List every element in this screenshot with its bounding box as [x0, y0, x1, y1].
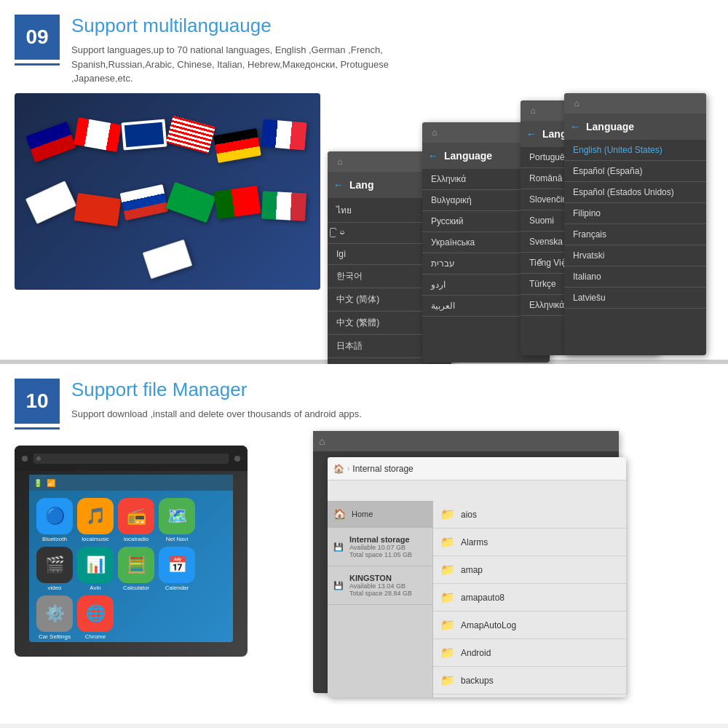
folder-icon-aios: 📁 [440, 507, 455, 521]
fm-inner-panel: 🏠 › Internal storage 🏠 Home 💾 Internal s… [328, 457, 626, 697]
panel4-list: English (United States) Español (España)… [564, 140, 706, 309]
panel4-header: ← Language [564, 114, 706, 140]
app-video[interactable]: 🎬 video [36, 547, 73, 591]
breadcrumb-separator: › [347, 464, 349, 472]
flags-inner [15, 93, 320, 290]
folder-alarms[interactable]: 📁 Alarms [433, 529, 626, 556]
app-calculator[interactable]: 🧮 Calculator [118, 547, 154, 591]
netnavi-icon: 🗺️ [159, 498, 195, 534]
panel3-home-icon: ⌂ [526, 104, 539, 117]
section-09-content: ⌂ ← Lang ไทย မြ Igì 한국어 中文 (简体) 中文 (繁體) … [15, 93, 713, 355]
fm-internal-storage-item[interactable]: 💾 Internal storage Available 10.07 GB To… [328, 528, 432, 566]
fm-storage-icon: 💾 [333, 542, 344, 552]
flag-russia [120, 184, 169, 221]
folder-icon-alarms: 📁 [440, 535, 455, 549]
calendar-icon: 📅 [159, 547, 195, 583]
panel2-home-icon: ⌂ [428, 126, 441, 139]
flag-japan [25, 181, 76, 224]
lang-item: Filipino [564, 203, 706, 224]
folder-android[interactable]: 📁 Android [433, 639, 626, 667]
folder-label-android: Android [461, 648, 491, 658]
panel3-back-arrow: ← [526, 128, 537, 140]
panel1-title: Lang [349, 179, 373, 191]
app-avin[interactable]: 📊 Avin [77, 547, 114, 591]
fm-breadcrumb: 🏠 › Internal storage [328, 457, 626, 480]
device-screen: 🔋 📶 🔵 Bluetooth 🎵 localmusic 📻 localradi [29, 475, 233, 642]
section-10-content: 🔋 📶 🔵 Bluetooth 🎵 localmusic 📻 localradi [15, 431, 713, 708]
avin-icon: 📊 [77, 547, 114, 583]
fm-kingston-label: KINGSTON [349, 574, 412, 582]
lang-item: Latviešu [564, 288, 706, 309]
lang-item: Français [564, 224, 706, 245]
fm-outer-home-icon: ⌂ [319, 435, 325, 447]
device-image: 🔋 📶 🔵 Bluetooth 🎵 localmusic 📻 localradi [15, 446, 248, 657]
app-netnavi[interactable]: 🗺️ Net Navi [159, 498, 195, 542]
section-09-desc: Support languages,up to 70 national lang… [71, 43, 406, 86]
panel4-topbar: ⌂ [564, 93, 706, 114]
app-localradio[interactable]: 📻 localradio [118, 498, 154, 542]
panel2-back-arrow: ← [428, 150, 438, 162]
app-calendar[interactable]: 📅 Calendar [159, 547, 195, 591]
folder-amap[interactable]: 📁 amap [433, 556, 626, 584]
localmusic-icon: 🎵 [77, 498, 114, 534]
folder-label-backups: backups [461, 676, 494, 686]
flag-canada [74, 117, 122, 152]
app-chrome[interactable]: 🌐 Chrome [77, 596, 114, 640]
flag-us [166, 115, 215, 153]
lang-item: Español (España) [564, 161, 706, 182]
section-09-title: Support multilanguauge [71, 15, 406, 37]
flags-image [15, 93, 320, 290]
section-10-title: Support file Manager [71, 379, 362, 401]
folder-label-amapautolog: AmapAutoLog [461, 620, 516, 630]
folder-label-amap: amap [461, 565, 483, 575]
panel1-back-arrow: ← [333, 179, 344, 191]
app-carsettings[interactable]: ⚙️ Car Settings [36, 596, 73, 640]
video-icon: 🎬 [36, 547, 73, 583]
app-localmusic[interactable]: 🎵 localmusic [77, 498, 114, 542]
folder-icon-amapauto8: 📁 [440, 590, 455, 604]
app-carsettings-label: Car Settings [39, 633, 71, 640]
calculator-icon: 🧮 [118, 547, 154, 583]
fm-folder-list: 📁 aios 📁 Alarms 📁 amap 📁 amapauto8 [433, 501, 626, 697]
folder-icon-android: 📁 [440, 646, 455, 660]
flag-china [74, 193, 122, 226]
panel4-home-icon: ⌂ [570, 97, 583, 110]
fm-outer-topbar: ⌂ [313, 431, 619, 451]
section-10-header: 10 Support file Manager Support download… [15, 379, 713, 424]
lang-item: Hrvatski [564, 245, 706, 266]
app-calendar-label: Calendar [165, 585, 189, 591]
app-calculator-label: Calculator [123, 585, 149, 591]
chrome-icon: 🌐 [77, 596, 114, 632]
folder-amapauto8[interactable]: 📁 amapauto8 [433, 584, 626, 612]
fm-internal-total: Total space 11.05 GB [349, 551, 412, 558]
language-panels: ⌂ ← Lang ไทย မြ Igì 한국어 中文 (简体) 中文 (繁體) … [328, 93, 706, 355]
lang-item-selected[interactable]: English (United States) [564, 140, 706, 161]
fm-kingston-total: Total space 28.84 GB [349, 590, 412, 597]
file-manager-panels: ⌂ 🏠 › Internal storage 🏠 Home [269, 431, 626, 708]
app-netnavi-label: Net Navi [166, 536, 189, 542]
fm-home-item[interactable]: 🏠 Home [328, 501, 432, 528]
app-grid: 🔵 Bluetooth 🎵 localmusic 📻 localradio 🗺️… [29, 491, 233, 647]
panel2-title: Language [444, 150, 492, 162]
flag-italy [261, 191, 306, 221]
flag-france [261, 119, 306, 150]
panel4-back-arrow: ← [570, 121, 580, 132]
folder-icon-backups: 📁 [440, 673, 455, 687]
section-09-number: 09 [15, 15, 60, 60]
fm-home-label: Home [352, 510, 373, 518]
folder-backups[interactable]: 📁 backups [433, 667, 626, 695]
section-09-text: Support multilanguauge Support languages… [71, 15, 406, 86]
folder-label-aios: aios [461, 510, 477, 520]
folder-aios[interactable]: 📁 aios [433, 501, 626, 529]
app-bluetooth[interactable]: 🔵 Bluetooth [36, 498, 73, 542]
fm-kingston-item[interactable]: 💾 KINGSTON Available 13.04 GB Total spac… [328, 566, 432, 605]
section-09: 09 Support multilanguauge Support langua… [0, 0, 728, 364]
home-breadcrumb-icon: 🏠 [333, 464, 344, 474]
section-10: 10 Support file Manager Support download… [0, 364, 728, 724]
lang-item: Italiano [564, 266, 706, 288]
folder-icon-amapautolog: 📁 [440, 618, 455, 632]
fm-internal-info: Internal storage Available 10.07 GB Tota… [349, 535, 412, 558]
folder-amapautolog[interactable]: 📁 AmapAutoLog [433, 612, 626, 639]
panel1-home-icon: ⌂ [333, 155, 347, 168]
folder-label-amapauto8: amapauto8 [461, 593, 505, 603]
